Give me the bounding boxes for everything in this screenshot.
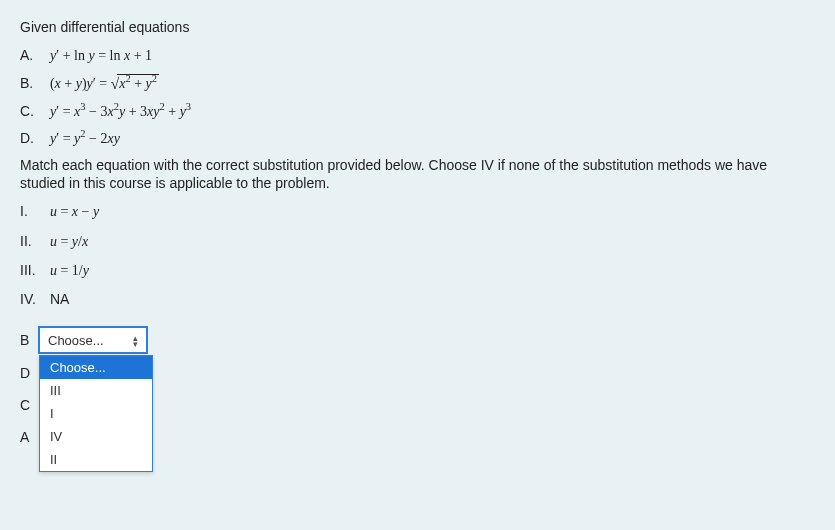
dropdown-option-II[interactable]: II: [40, 448, 152, 471]
dropdown-option-III[interactable]: III: [40, 379, 152, 402]
match-area: B Choose... ▴▾ Choose... III I IV II D C…: [20, 326, 815, 448]
equation-B: B. (x + y)y′ = √x2 + y2: [20, 73, 815, 93]
dropdown-option-IV[interactable]: IV: [40, 425, 152, 448]
eq-label: D.: [20, 129, 44, 147]
dropdown-list[interactable]: Choose... III I IV II: [39, 355, 153, 472]
eq-label: C.: [20, 102, 44, 120]
sub-label: II.: [20, 232, 46, 250]
sub-III: III. u = 1/y: [20, 261, 815, 280]
equation-A: A. y′ + ln y = ln x + 1: [20, 46, 815, 65]
dropdown-option-choose[interactable]: Choose...: [40, 356, 152, 379]
eq-math: y′ = y2 − 2xy: [50, 131, 120, 146]
sub-IV: IV. NA: [20, 290, 815, 308]
sub-math: u = x − y: [50, 204, 99, 219]
dropdown-option-I[interactable]: I: [40, 402, 152, 425]
sub-I: I. u = x − y: [20, 202, 815, 221]
match-row-B: B Choose... ▴▾ Choose... III I IV II: [20, 326, 815, 354]
sub-math: u = y/x: [50, 234, 88, 249]
chevron-updown-icon: ▴▾: [133, 334, 138, 346]
row-label: A: [20, 429, 38, 445]
row-label: C: [20, 397, 38, 413]
eq-label: A.: [20, 46, 44, 64]
select-value: Choose...: [48, 333, 133, 348]
equation-D: D. y′ = y2 − 2xy: [20, 129, 815, 148]
sub-label: III.: [20, 261, 46, 279]
eq-math: (x + y)y′ = √x2 + y2: [50, 76, 159, 91]
select-B[interactable]: Choose... ▴▾ Choose... III I IV II: [38, 326, 148, 354]
row-label: B: [20, 332, 38, 348]
eq-math: y′ + ln y = ln x + 1: [50, 48, 152, 63]
sub-label: IV.: [20, 290, 46, 308]
sub-II: II. u = y/x: [20, 232, 815, 251]
substitution-list: I. u = x − y II. u = y/x III. u = 1/y IV…: [20, 202, 815, 308]
prompt-text: Match each equation with the correct sub…: [20, 156, 815, 192]
eq-label: B.: [20, 74, 44, 92]
sub-text: NA: [50, 291, 69, 307]
eq-math: y′ = x3 − 3x2y + 3xy2 + y3: [50, 104, 191, 119]
row-label: D: [20, 365, 38, 381]
equation-list: A. y′ + ln y = ln x + 1 B. (x + y)y′ = √…: [20, 46, 815, 148]
sub-label: I.: [20, 202, 46, 220]
equation-C: C. y′ = x3 − 3x2y + 3xy2 + y3: [20, 102, 815, 121]
intro-text: Given differential equations: [20, 18, 815, 36]
sub-math: u = 1/y: [50, 263, 89, 278]
